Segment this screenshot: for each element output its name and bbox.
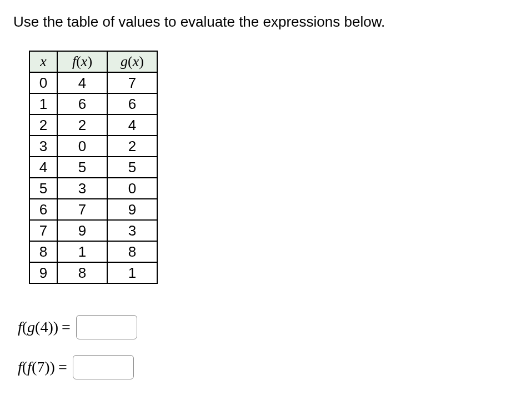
cell-g: 9 — [107, 199, 157, 220]
table-body: 0 4 7 1 6 6 2 2 4 3 0 2 4 5 5 — [29, 72, 157, 283]
cell-x: 8 — [29, 241, 57, 262]
table-row: 2 2 4 — [29, 114, 157, 136]
cell-g: 0 — [107, 178, 157, 199]
values-table-container: x f(x) g(x) 0 4 7 1 6 6 2 2 4 3 — [29, 51, 498, 284]
expression-label-ff7: f(f(7))= — [18, 358, 73, 376]
answer-input-ff7[interactable] — [73, 355, 134, 379]
cell-x: 5 — [29, 178, 57, 199]
answer-input-fg4[interactable] — [76, 315, 137, 339]
cell-x: 1 — [29, 93, 57, 114]
cell-x: 6 — [29, 199, 57, 220]
cell-g: 1 — [107, 262, 157, 283]
table-row: 0 4 7 — [29, 72, 157, 93]
cell-x: 4 — [29, 157, 57, 178]
cell-f: 6 — [57, 93, 107, 114]
cell-g: 8 — [107, 241, 157, 262]
table-row: 7 9 3 — [29, 220, 157, 241]
cell-g: 5 — [107, 157, 157, 178]
cell-f: 0 — [57, 136, 107, 157]
cell-f: 3 — [57, 178, 107, 199]
table-row: 5 3 0 — [29, 178, 157, 199]
cell-x: 2 — [29, 114, 57, 136]
cell-g: 2 — [107, 136, 157, 157]
table-row: 1 6 6 — [29, 93, 157, 114]
instruction-text: Use the table of values to evaluate the … — [13, 13, 498, 31]
cell-x: 9 — [29, 262, 57, 283]
header-gx: g(x) — [107, 51, 157, 72]
cell-f: 5 — [57, 157, 107, 178]
header-fx: f(x) — [57, 51, 107, 72]
cell-f: 1 — [57, 241, 107, 262]
expression-label-fg4: f(g(4))= — [18, 318, 76, 336]
cell-g: 4 — [107, 114, 157, 136]
cell-g: 3 — [107, 220, 157, 241]
cell-f: 8 — [57, 262, 107, 283]
header-x: x — [29, 51, 57, 72]
cell-f: 4 — [57, 72, 107, 93]
expression-row: f(f(7))= — [18, 355, 498, 379]
table-row: 9 8 1 — [29, 262, 157, 283]
table-row: 6 7 9 — [29, 199, 157, 220]
cell-g: 6 — [107, 93, 157, 114]
cell-g: 7 — [107, 72, 157, 93]
table-row: 3 0 2 — [29, 136, 157, 157]
values-table: x f(x) g(x) 0 4 7 1 6 6 2 2 4 3 — [29, 51, 158, 284]
cell-x: 7 — [29, 220, 57, 241]
table-row: 4 5 5 — [29, 157, 157, 178]
cell-x: 3 — [29, 136, 57, 157]
expressions-section: f(g(4))= f(f(7))= — [18, 315, 498, 379]
table-row: 8 1 8 — [29, 241, 157, 262]
cell-f: 9 — [57, 220, 107, 241]
cell-x: 0 — [29, 72, 57, 93]
expression-row: f(g(4))= — [18, 315, 498, 339]
cell-f: 2 — [57, 114, 107, 136]
cell-f: 7 — [57, 199, 107, 220]
